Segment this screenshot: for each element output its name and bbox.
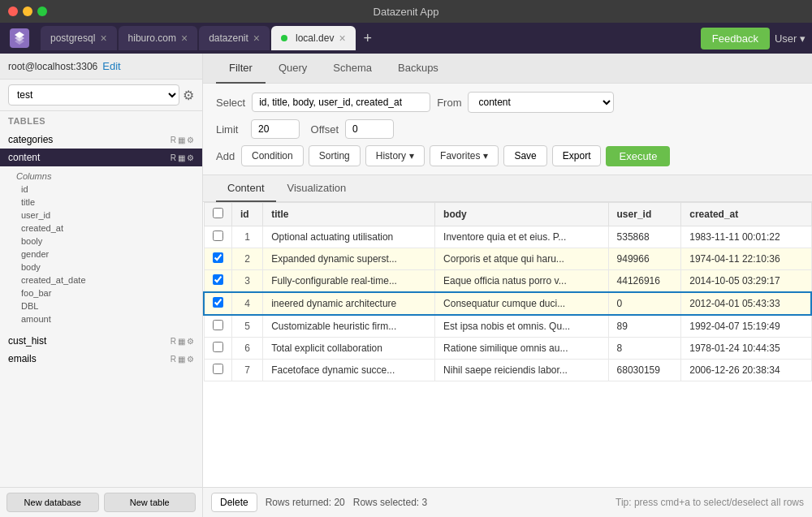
result-tab-visualization[interactable]: Visualization <box>276 175 358 202</box>
column-created_at: created_at <box>0 222 202 235</box>
tab-backups[interactable]: Backups <box>385 54 451 84</box>
row-5-id: 5 <box>232 315 263 338</box>
minimize-btn[interactable] <box>23 6 32 16</box>
history-label: History <box>376 150 406 162</box>
table-row[interactable]: 5 Customizable heuristic firm... Est ips… <box>204 315 811 338</box>
row-3-title[interactable]: Fully-configurable real-time... <box>263 270 435 293</box>
tab-localdev-close[interactable]: × <box>339 32 345 44</box>
from-select[interactable]: content <box>468 92 614 113</box>
titlebar: Datazenit App <box>0 0 812 23</box>
tab-hiburo-label: hiburo.com <box>128 32 176 44</box>
feedback-button[interactable]: Feedback <box>701 28 770 50</box>
columns-section: Columns id title user_id created_at bool… <box>0 166 202 329</box>
row-2-id: 2 <box>232 248 263 270</box>
row-4-checkbox[interactable] <box>213 297 223 308</box>
table-name-cust_hist: cust_hist <box>8 335 169 347</box>
history-button[interactable]: History ▾ <box>365 145 425 166</box>
add-tab-button[interactable]: + <box>357 30 379 47</box>
table-row[interactable]: 7 Facetoface dynamic succe... Nihil saep… <box>204 360 811 381</box>
row-2-title[interactable]: Expanded dynamic superst... <box>263 248 435 270</box>
maximize-btn[interactable] <box>37 6 47 16</box>
sidebar-item-emails[interactable]: emails R ▦ ⚙ <box>0 350 202 368</box>
table-row[interactable]: 2 Expanded dynamic superst... Corporis e… <box>204 248 811 270</box>
delete-button[interactable]: Delete <box>211 493 257 512</box>
row-6-checkbox[interactable] <box>213 342 223 352</box>
row-5-checkbox[interactable] <box>213 320 223 330</box>
edit-connection-link[interactable]: Edit <box>102 60 120 72</box>
table-gear-icon: ⚙ <box>187 136 194 144</box>
sidebar-header: root@localhost:3306 Edit <box>0 54 202 80</box>
row-1-checkbox[interactable] <box>213 230 223 241</box>
table-header-row: id title body user_id created_at <box>204 203 811 226</box>
filter-limit-row: Limit Offset <box>216 119 799 139</box>
sidebar-item-categories[interactable]: categories R ▦ ⚙ <box>0 131 202 149</box>
gear-icon[interactable]: ⚙ <box>183 88 194 103</box>
select-input[interactable] <box>252 93 430 112</box>
table-name-content: content <box>8 152 169 163</box>
filter-bar: Select From content Limit Offset Add Con… <box>203 84 812 175</box>
row-2-checkbox[interactable] <box>213 252 223 263</box>
tab-postgresql[interactable]: postgresql × <box>41 26 117 50</box>
tab-datazenit[interactable]: datazenit × <box>199 26 270 50</box>
tab-schema[interactable]: Schema <box>320 54 385 84</box>
tab-filter[interactable]: Filter <box>216 54 266 84</box>
sidebar-item-content[interactable]: content R ▦ ⚙ <box>0 149 202 166</box>
row-1-body: Inventore quia et et eius. P... <box>435 226 608 248</box>
row-3-body: Eaque officia natus porro v... <box>435 270 608 293</box>
execute-button[interactable]: Execute <box>606 146 670 166</box>
limit-input[interactable] <box>251 119 300 139</box>
tab-postgresql-close[interactable]: × <box>100 32 106 44</box>
result-tabs: Content Visualization <box>203 175 812 202</box>
favorites-label: Favorites <box>440 150 480 162</box>
export-button[interactable]: Export <box>552 145 602 166</box>
row-5-title[interactable]: Customizable heuristic firm... <box>263 315 435 338</box>
user-menu-button[interactable]: User ▾ <box>775 32 806 45</box>
table-footer: Delete Rows returned: 20 Rows selected: … <box>203 487 812 517</box>
row-4-user_id: 0 <box>608 292 681 315</box>
cust-gear-icon: ⚙ <box>187 337 194 346</box>
row-3-checkbox[interactable] <box>213 274 223 285</box>
result-tab-content[interactable]: Content <box>216 175 276 202</box>
row-4-title[interactable]: ineered dynamic architecture <box>263 292 435 315</box>
row-7-checkbox[interactable] <box>213 364 223 374</box>
row-1-title[interactable]: Optional actuating utilisation <box>263 226 435 248</box>
table-row[interactable]: 1 Optional actuating utilisation Invento… <box>204 226 811 248</box>
row-6-title[interactable]: Total explicit collaboration <box>263 338 435 360</box>
tab-localdev[interactable]: local.dev × <box>271 26 356 50</box>
table-row[interactable]: 6 Total explicit collaboration Ratione s… <box>204 338 811 360</box>
table-row[interactable]: 4 ineered dynamic architecture Consequat… <box>204 292 811 315</box>
row-2-created_at: 1974-04-11 22:10:36 <box>681 248 811 270</box>
table-container: id title body user_id created_at 1 Optio… <box>203 202 812 487</box>
tab-query[interactable]: Query <box>266 54 320 84</box>
new-database-button[interactable]: New database <box>6 493 99 512</box>
app-logo <box>6 25 32 51</box>
offset-input[interactable] <box>345 119 394 139</box>
rows-returned: Rows returned: 20 <box>266 497 345 508</box>
sidebar: root@localhost:3306 Edit test ⚙ Tables c… <box>0 54 203 517</box>
col-created_at: created_at <box>681 203 811 226</box>
col-id: id <box>232 203 263 226</box>
condition-button[interactable]: Condition <box>241 145 304 166</box>
sorting-button[interactable]: Sorting <box>309 145 361 166</box>
footer-tip: Tip: press cmd+a to select/deselect all … <box>615 497 804 508</box>
tab-datazenit-close[interactable]: × <box>253 32 260 44</box>
table-row[interactable]: 3 Fully-configurable real-time... Eaque … <box>204 270 811 293</box>
add-label: Add <box>216 150 236 162</box>
row-6-created_at: 1978-01-24 10:44:35 <box>681 338 811 360</box>
row-7-title[interactable]: Facetoface dynamic succe... <box>263 360 435 381</box>
favorites-button[interactable]: Favorites ▾ <box>430 145 499 166</box>
save-button[interactable]: Save <box>503 145 546 166</box>
select-all-checkbox[interactable] <box>213 208 223 218</box>
col-body: body <box>435 203 608 226</box>
col-user_id: user_id <box>608 203 681 226</box>
content-r-icon: R <box>171 153 176 162</box>
database-select[interactable]: test <box>8 84 179 106</box>
sidebar-item-cust_hist[interactable]: cust_hist R ▦ ⚙ <box>0 332 202 350</box>
offset-label: Offset <box>306 123 339 136</box>
tab-datazenit-label: datazenit <box>209 32 248 44</box>
tab-hiburo-close[interactable]: × <box>181 32 188 44</box>
column-foo_bar: foo_bar <box>0 287 202 299</box>
tab-hiburo[interactable]: hiburo.com × <box>119 26 198 50</box>
close-btn[interactable] <box>8 6 18 16</box>
new-table-button[interactable]: New table <box>104 493 197 512</box>
